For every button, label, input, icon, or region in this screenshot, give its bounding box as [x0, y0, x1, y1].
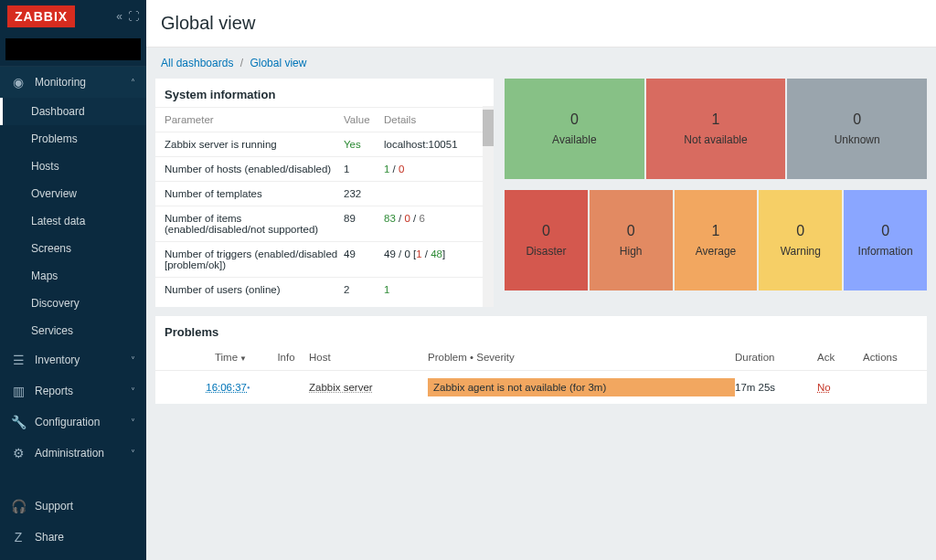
value: Yes	[344, 139, 384, 150]
problem-time[interactable]: 16:06:37	[206, 382, 247, 393]
logo[interactable]: ZABBIX	[7, 5, 75, 27]
sysinfo-row: Zabbix server is runningYeslocalhost:100…	[155, 132, 494, 156]
sidebar-item-hosts[interactable]: Hosts	[0, 153, 146, 180]
menu-share[interactable]: Z Share	[0, 522, 146, 553]
menu-monitoring[interactable]: ◉ Monitoring ˄	[0, 67, 146, 98]
col-param: Parameter	[165, 114, 344, 125]
widget-title: System information	[155, 79, 494, 107]
sort-desc-icon: ▼	[239, 354, 247, 363]
problem-ack[interactable]: No	[817, 382, 831, 393]
sidebar-item-screens[interactable]: Screens	[0, 235, 146, 262]
eye-icon: ◉	[11, 75, 26, 90]
sysinfo-row: Number of templates232	[155, 181, 494, 206]
label: Discovery	[31, 297, 80, 310]
tile-warning[interactable]: 0Warning	[759, 190, 842, 291]
details: 1 / 0	[384, 164, 484, 174]
tile-label: Available	[552, 133, 596, 146]
sidebar-item-problems[interactable]: Problems	[0, 125, 146, 153]
tile-number: 1	[712, 111, 720, 128]
problems-header: Time▼ Info Host Problem • Severity Durat…	[155, 344, 927, 371]
scrollbar[interactable]	[483, 106, 494, 307]
details: localhost:10051	[384, 139, 484, 150]
breadcrumb-root[interactable]: All dashboards	[161, 57, 233, 69]
wrench-icon: 🔧	[11, 415, 26, 429]
sysinfo-row: Number of hosts (enabled/disabled)11 / 0	[155, 156, 494, 181]
tile-number: 1	[712, 223, 720, 239]
sidebar-item-overview[interactable]: Overview	[0, 180, 146, 207]
col-value: Value	[344, 114, 384, 125]
menu-support[interactable]: 🎧 Support	[0, 491, 146, 522]
tile-number: 0	[542, 223, 550, 239]
sidebar-item-maps[interactable]: Maps	[0, 262, 146, 290]
details: 83 / 0 / 6	[384, 213, 484, 235]
col-host: Host	[309, 352, 428, 363]
share-icon: Z	[11, 530, 26, 544]
col-actions: Actions	[863, 352, 918, 363]
value: 1	[344, 164, 384, 174]
list-icon: ☰	[11, 353, 26, 367]
sysinfo-row: Number of users (online)21	[155, 277, 494, 301]
param: Number of users (online)	[165, 284, 344, 295]
label: Hosts	[31, 160, 59, 173]
widget-host-availability: 0Available1Not available0Unknown	[505, 79, 927, 179]
widget-title: Problems	[155, 316, 927, 344]
problem-host[interactable]: Zabbix server	[309, 382, 373, 393]
menu-inventory[interactable]: ☰ Inventory ˅	[0, 344, 146, 375]
tile-disaster[interactable]: 0Disaster	[505, 190, 588, 291]
menu-reports[interactable]: ▥ Reports ˅	[0, 375, 146, 407]
tile-information[interactable]: 0Information	[844, 190, 927, 291]
label: Configuration	[35, 416, 100, 428]
value: 89	[344, 213, 384, 235]
sysinfo-header-row: Parameter Value Details	[155, 107, 494, 132]
label: Latest data	[31, 215, 85, 227]
label: Problems	[165, 325, 218, 339]
fullscreen-icon[interactable]: ⛶	[128, 10, 139, 23]
submenu-monitoring: Dashboard Problems Hosts Overview Latest…	[0, 98, 146, 344]
label: All dashboards	[161, 57, 233, 69]
tile-high[interactable]: 0High	[590, 190, 673, 291]
breadcrumb-current[interactable]: Global view	[250, 57, 306, 69]
param: Number of hosts (enabled/disabled)	[165, 164, 344, 174]
details: 1	[384, 284, 484, 295]
logo-text: ZABBIX	[15, 9, 68, 24]
problem-severity-cell[interactable]: Zabbix agent is not available (for 3m)	[428, 378, 735, 396]
tile-label: Not available	[684, 133, 747, 146]
tile-average[interactable]: 1Average	[675, 190, 758, 291]
problem-duration: 17m 25s	[735, 382, 817, 393]
value: 2	[344, 284, 384, 295]
widget-problems-by-severity: 0Disaster0High1Average0Warning0Informati…	[505, 190, 927, 291]
search-input[interactable]	[11, 43, 148, 56]
label: Host	[309, 352, 331, 363]
value: 49	[344, 248, 384, 270]
sidebar-header: ZABBIX « ⛶	[0, 0, 146, 33]
search-box[interactable]: 🔍	[5, 38, 141, 60]
page-title: Global view	[146, 0, 936, 48]
col-details: Details	[384, 114, 484, 125]
label: Duration	[735, 352, 774, 363]
timeline-dot: ●	[247, 385, 263, 390]
sidebar-item-dashboard[interactable]: Dashboard	[0, 98, 146, 125]
scrollbar-thumb[interactable]	[483, 110, 494, 146]
label: Administration	[35, 447, 104, 460]
tile-unknown[interactable]: 0Unknown	[787, 79, 927, 179]
headset-icon: 🎧	[11, 499, 26, 513]
label: System information	[165, 88, 275, 101]
sidebar-item-discovery[interactable]: Discovery	[0, 290, 146, 317]
main-content: Global view All dashboards / Global view…	[146, 0, 936, 560]
collapse-icon[interactable]: «	[116, 10, 122, 23]
label: Support	[35, 500, 73, 512]
tile-label: Warning	[781, 245, 821, 258]
tile-not-available[interactable]: 1Not available	[646, 79, 786, 179]
page-title-text: Global view	[161, 13, 255, 33]
label: Screens	[31, 242, 71, 255]
label: Services	[31, 324, 73, 337]
sidebar-item-latest-data[interactable]: Latest data	[0, 207, 146, 235]
menu-configuration[interactable]: 🔧 Configuration ˅	[0, 407, 146, 438]
col-time[interactable]: Time▼	[165, 352, 247, 363]
menu-administration[interactable]: ⚙ Administration ˅	[0, 438, 146, 469]
tile-label: Average	[696, 245, 736, 258]
chart-icon: ▥	[11, 384, 26, 398]
param: Number of triggers (enabled/disabled [pr…	[165, 248, 344, 270]
sidebar-item-services[interactable]: Services	[0, 317, 146, 344]
tile-available[interactable]: 0Available	[505, 79, 644, 179]
